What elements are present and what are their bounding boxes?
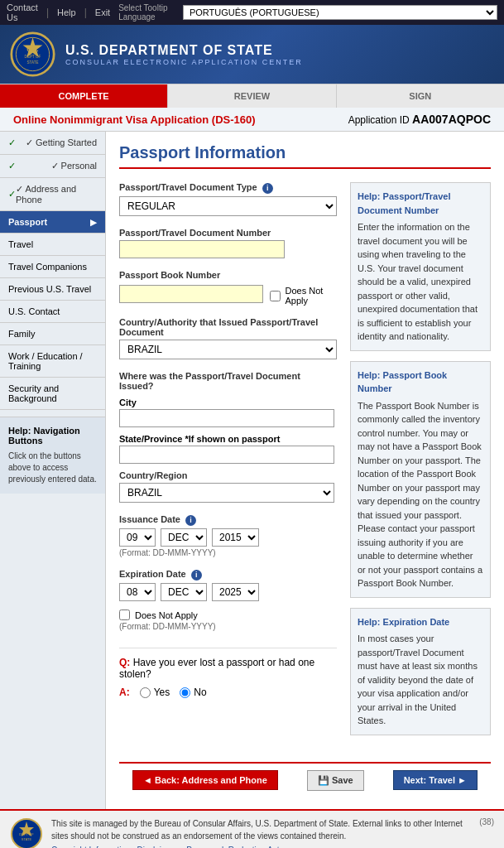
progress-review[interactable]: REVIEW: [168, 84, 336, 108]
copyright-link[interactable]: Copyright Information: [51, 846, 131, 849]
where-issued-title: Where was the Passport/Travel Document I…: [119, 371, 337, 391]
expiration-month-select[interactable]: DEC: [161, 583, 207, 601]
qa-question: Q: Have you ever lost a passport or had …: [119, 657, 337, 680]
header: U.S. DEPT OF STATE U.S. Department of St…: [0, 25, 504, 84]
state-dept-seal: U.S. DEPT OF STATE: [10, 31, 55, 77]
country-issued-label: Country/Authority that Issued Passport/T…: [119, 317, 337, 337]
country-region-label: Country/Region: [119, 470, 337, 480]
paperwork-link[interactable]: Paperwork Reduction Act: [186, 846, 279, 849]
country-region-group: Country/Region BRAZIL: [119, 470, 337, 503]
sidebar-help-text: Click on the buttons above to access pre…: [8, 450, 97, 485]
app-id-container: Application ID AA007AQPOC: [348, 113, 491, 126]
help-passport-book-text: The Passport Book Number is commonly cal…: [358, 399, 483, 590]
sidebar-item-work-education[interactable]: Work / Education / Training: [0, 345, 105, 378]
app-id-label: Application ID: [348, 114, 410, 126]
sidebar-item-travel-companions[interactable]: Travel Companions: [0, 256, 105, 278]
passport-book-group: Passport Book Number Does Not Apply: [119, 270, 337, 306]
exit-link[interactable]: Exit: [95, 7, 110, 17]
progress-bar: COMPLETE REVIEW SIGN: [0, 84, 504, 108]
passport-book-input[interactable]: [119, 285, 263, 303]
passport-book-dna-checkbox[interactable]: [270, 291, 281, 301]
issuance-day-select[interactable]: 09: [119, 528, 156, 547]
svg-text:STATE: STATE: [26, 60, 38, 65]
page-number: (38): [479, 817, 494, 826]
issuance-month-select[interactable]: DEC: [161, 528, 207, 547]
passport-book-label: Passport Book Number: [119, 270, 337, 280]
sidebar: ✓ Getting Started ✓ Personal ✓ Address a…: [0, 132, 106, 809]
state-field: State/Province *If shown on passport RIO…: [119, 434, 337, 464]
app-id-value: AA007AQPOC: [412, 113, 491, 126]
expiration-date-row: 08 DEC 2025 Does Not Apply: [119, 583, 337, 620]
country-issued-group: Country/Authority that Issued Passport/T…: [119, 317, 337, 359]
no-radio[interactable]: [180, 687, 190, 698]
country-region-select[interactable]: BRAZIL: [119, 483, 334, 503]
state-label: State/Province *If shown on passport: [119, 434, 337, 444]
sidebar-help: Help: Navigation Buttons Click on the bu…: [0, 417, 105, 494]
sidebar-item-address-phone[interactable]: ✓ Address and Phone: [0, 178, 105, 211]
help-expiration-date: Help: Expiration Date In most cases your…: [350, 608, 491, 735]
passport-number-input[interactable]: [119, 240, 285, 258]
footer-text: This site is managed by the Bureau of Co…: [51, 817, 471, 842]
sidebar-item-us-contact[interactable]: U.S. Contact: [0, 301, 105, 323]
sidebar-item-travel[interactable]: Travel: [0, 234, 105, 256]
country-issued-select[interactable]: BRAZIL: [119, 340, 337, 359]
city-input[interactable]: RIO DE JANEIRO: [119, 409, 334, 427]
yes-label: Yes: [154, 687, 170, 698]
passport-type-select[interactable]: REGULAR: [119, 196, 337, 216]
issuance-date-label: Issuance Date i: [119, 514, 337, 526]
save-button[interactable]: 💾 Save: [307, 770, 364, 791]
dept-subtitle: Consular Electronic Application Center: [65, 58, 303, 66]
footer: U.S. DEPT OF STATE This site is managed …: [0, 809, 504, 849]
help-passport-number-text: Enter the information on the travel docu…: [358, 220, 483, 344]
expiration-format-hint: (Format: DD-MMM-YYYY): [119, 622, 337, 631]
sidebar-item-personal[interactable]: ✓ Personal: [0, 155, 105, 178]
sidebar-item-previous-us-travel[interactable]: Previous U.S. Travel: [0, 278, 105, 301]
expiration-date-info-icon[interactable]: i: [191, 570, 202, 581]
progress-complete[interactable]: COMPLETE: [0, 84, 168, 108]
sidebar-item-getting-started[interactable]: ✓ Getting Started: [0, 132, 105, 155]
lang-label: Select Tooltip Language: [118, 3, 175, 22]
page-title: Passport Information: [119, 143, 491, 169]
disclaimers-link[interactable]: Disclaimers: [137, 846, 180, 849]
top-bar: Contact Us | Help | Exit Select Tooltip …: [0, 0, 504, 25]
sidebar-item-passport[interactable]: Passport ▶: [0, 211, 105, 234]
expiration-date-label: Expiration Date i: [119, 569, 337, 581]
help-expiration-date-title: Help: Expiration Date: [358, 615, 483, 629]
expiration-dna-checkbox[interactable]: [119, 610, 130, 620]
content-area: Passport Information Passport/Travel Doc…: [106, 132, 504, 809]
expiration-day-select[interactable]: 08: [119, 583, 156, 601]
expiration-year-select[interactable]: 2025: [212, 583, 259, 601]
passport-type-label: Passport/Travel Document Type i: [119, 182, 337, 194]
no-option: No: [180, 687, 206, 698]
yes-option: Yes: [140, 687, 170, 698]
expiration-date-group: Expiration Date i 08 DEC 2025: [119, 569, 337, 631]
form-title: Online Nonimmigrant Visa Application (DS…: [13, 113, 256, 126]
no-label: No: [194, 687, 206, 698]
passport-book-dna-label: Does Not Apply: [286, 286, 337, 306]
yes-radio[interactable]: [140, 687, 151, 698]
back-button[interactable]: ◄ Back: Address and Phone: [132, 770, 278, 790]
issuance-date-row: 09 DEC 2015: [119, 528, 337, 547]
sidebar-help-title: Help: Navigation Buttons: [8, 426, 97, 446]
contact-us-link[interactable]: Contact Us: [7, 2, 38, 22]
city-label: City: [119, 398, 337, 407]
form-main: Passport/Travel Document Type i REGULAR …: [119, 182, 337, 745]
city-field: City RIO DE JANEIRO: [119, 398, 337, 427]
form-help: Help: Passport/Travel Document Number En…: [350, 182, 491, 745]
sidebar-item-security[interactable]: Security and Background: [0, 378, 105, 410]
language-select[interactable]: PORTUGUÊS (PORTUGUESE): [183, 5, 497, 20]
progress-sign[interactable]: SIGN: [337, 84, 504, 108]
header-text: U.S. Department of State Consular Electr…: [65, 43, 303, 66]
help-link[interactable]: Help: [57, 7, 76, 17]
help-passport-book: Help: Passport Book Number The Passport …: [350, 361, 491, 598]
passport-type-info-icon[interactable]: i: [262, 183, 273, 194]
svg-text:STATE: STATE: [22, 837, 32, 841]
next-button[interactable]: Next: Travel ►: [393, 770, 478, 790]
issuance-date-info-icon[interactable]: i: [185, 515, 196, 526]
state-input[interactable]: RIO DE JANEIRO: [119, 446, 334, 464]
qa-answer: A: Yes No: [119, 687, 337, 698]
sidebar-item-family[interactable]: Family: [0, 323, 105, 345]
help-expiration-date-text: In most cases your passport/Travel Docum…: [358, 632, 483, 728]
issuance-year-select[interactable]: 2015: [212, 528, 259, 547]
passport-type-group: Passport/Travel Document Type i REGULAR: [119, 182, 337, 216]
